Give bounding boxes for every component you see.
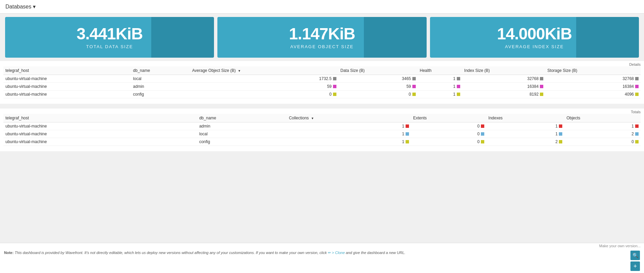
- index-color-box: [540, 85, 543, 88]
- cell-data-size: 59: [338, 83, 418, 91]
- objects-color-box: [635, 140, 639, 143]
- average-object-size-card: 1.147KiB AVERAGE OBJECT SIZE: [217, 17, 426, 58]
- collections-color-box: [406, 140, 409, 143]
- objects-color-box: [635, 124, 639, 128]
- details-table: telegraf_host db_name Average Object Siz…: [3, 66, 641, 98]
- cell-index-size: 32768: [462, 75, 545, 83]
- index-color-box: [540, 93, 543, 96]
- cell-extents: 0: [411, 130, 486, 138]
- total-data-size-label: TOTAL DATA SIZE: [77, 44, 143, 49]
- cell-index-size: 8192: [462, 91, 545, 98]
- cell-db-name-t: local: [197, 130, 287, 138]
- col-telegraf-host-t: telegraf_host: [3, 114, 197, 122]
- storage-color-box: [635, 77, 639, 80]
- indexes-color-box: [559, 132, 562, 136]
- index-color-box: [540, 77, 543, 80]
- cell-data-size: 3465: [338, 75, 418, 83]
- average-index-size-value: 14.000KiB: [497, 26, 572, 42]
- details-table-row: ubuntu-virtual-machine admin 59 59 1 163…: [3, 83, 641, 91]
- chevron-down-icon: ▾: [33, 3, 36, 10]
- sort-icon: ▼: [238, 69, 241, 73]
- total-data-size-value: 3.441KiB: [77, 26, 143, 42]
- health-color-box: [457, 93, 460, 96]
- cell-avg-obj-size: 1732.5: [190, 75, 338, 83]
- cell-extents: 0: [411, 122, 486, 130]
- totals-meta-label: Totals: [0, 109, 644, 114]
- avg-obj-color-box: [333, 93, 336, 96]
- cell-storage-size: 32768: [545, 75, 641, 83]
- collections-color-box: [406, 124, 409, 128]
- col-objects: Objects: [564, 114, 641, 122]
- cell-collections: 1: [287, 138, 411, 146]
- cell-collections: 1: [287, 122, 411, 130]
- details-table-container: telegraf_host db_name Average Object Siz…: [0, 66, 644, 102]
- average-object-size-value: 1.147KiB: [289, 26, 355, 42]
- cell-db-name: local: [131, 75, 190, 83]
- data-color-box: [412, 77, 416, 80]
- health-color-box: [457, 85, 460, 88]
- indexes-color-box: [559, 140, 562, 143]
- cell-avg-obj-size: 0: [190, 91, 338, 98]
- cell-storage-size: 4096: [545, 91, 641, 98]
- cell-telegraf-host-t: ubuntu-virtual-machine: [3, 138, 197, 146]
- cell-telegraf-host-t: ubuntu-virtual-machine: [3, 122, 197, 130]
- card-bg-right: [364, 17, 427, 58]
- cell-db-name: admin: [131, 83, 190, 91]
- details-table-row: ubuntu-virtual-machine local 1732.5 3465…: [3, 75, 641, 83]
- cell-health: 1: [418, 91, 462, 98]
- totals-table-row: ubuntu-virtual-machine local 1 0 1 2: [3, 130, 641, 138]
- col-index-size: Index Size (B): [462, 66, 545, 75]
- indexes-color-box: [559, 124, 562, 128]
- totals-table-container: telegraf_host db_name Collections ▼ Exte…: [0, 114, 644, 149]
- avg-obj-color-box: [333, 77, 336, 80]
- average-object-size-content: 1.147KiB AVERAGE OBJECT SIZE: [289, 26, 355, 49]
- data-color-box: [412, 93, 416, 96]
- average-object-size-label: AVERAGE OBJECT SIZE: [289, 44, 355, 49]
- col-data-size: Data Size (B): [338, 66, 418, 75]
- cell-objects: 0: [564, 138, 641, 146]
- col-avg-obj-size[interactable]: Average Object Size (B) ▼: [190, 66, 338, 75]
- cell-objects: 2: [564, 130, 641, 138]
- cell-index-size: 16384: [462, 83, 545, 91]
- cell-extents: 0: [411, 138, 486, 146]
- cell-db-name-t: admin: [197, 122, 287, 130]
- data-color-box: [412, 85, 416, 88]
- storage-color-box: [635, 85, 639, 88]
- average-index-size-card: 14.000KiB AVERAGE INDEX SIZE: [430, 17, 639, 58]
- cell-telegraf-host-t: ubuntu-virtual-machine: [3, 130, 197, 138]
- col-telegraf-host: telegraf_host: [3, 66, 131, 75]
- cell-indexes-t: 1: [486, 130, 564, 138]
- cell-objects: 1: [564, 122, 641, 130]
- details-section: Details telegraf_host db_name Average Ob…: [0, 61, 644, 104]
- col-extents: Extents: [411, 114, 486, 122]
- totals-table-header-row: telegraf_host db_name Collections ▼ Exte…: [3, 114, 641, 122]
- details-table-header-row: telegraf_host db_name Average Object Siz…: [3, 66, 641, 75]
- totals-table: telegraf_host db_name Collections ▼ Exte…: [3, 114, 641, 146]
- sort-icon-collections: ▼: [311, 117, 314, 120]
- cell-db-name: config: [131, 91, 190, 98]
- objects-color-box: [635, 132, 639, 136]
- cell-db-name-t: config: [197, 138, 287, 146]
- col-db-name: db_name: [131, 66, 190, 75]
- cell-data-size: 0: [338, 91, 418, 98]
- stat-cards-container: 3.441KiB TOTAL DATA SIZE 1.147KiB AVERAG…: [0, 14, 644, 61]
- avg-obj-color-box: [333, 85, 336, 88]
- average-index-size-content: 14.000KiB AVERAGE INDEX SIZE: [497, 26, 572, 49]
- average-index-size-label: AVERAGE INDEX SIZE: [497, 44, 572, 49]
- totals-table-row: ubuntu-virtual-machine admin 1 0 1 1: [3, 122, 641, 130]
- cell-telegraf-host: ubuntu-virtual-machine: [3, 83, 131, 91]
- cell-collections: 1: [287, 130, 411, 138]
- cell-telegraf-host: ubuntu-virtual-machine: [3, 91, 131, 98]
- cell-indexes-t: 2: [486, 138, 564, 146]
- health-color-box: [457, 77, 460, 80]
- header: Databases ▾: [0, 0, 644, 14]
- storage-color-box: [635, 93, 639, 96]
- card-bg-right: [576, 17, 639, 58]
- databases-dropdown[interactable]: Databases ▾: [5, 3, 36, 10]
- cell-health: 1: [418, 83, 462, 91]
- col-collections[interactable]: Collections ▼: [287, 114, 411, 122]
- extents-color-box: [481, 140, 484, 143]
- details-table-row: ubuntu-virtual-machine config 0 0 1 8192: [3, 91, 641, 98]
- details-meta-label: Details: [0, 61, 644, 66]
- total-data-size-card: 3.441KiB TOTAL DATA SIZE: [5, 17, 214, 58]
